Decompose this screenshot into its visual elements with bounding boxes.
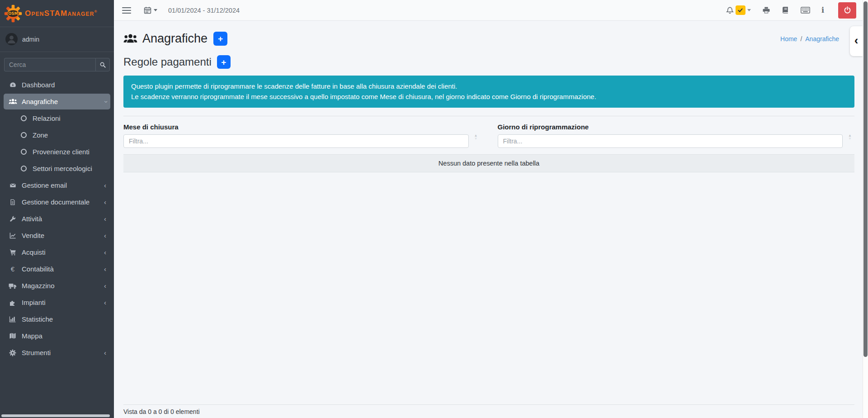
sidebar-item-strumenti[interactable]: Strumenti ‹: [4, 345, 110, 361]
table-summary: Vista da 0 a 0 di 0 elementi: [123, 404, 854, 418]
main-content: ‹ Anagrafiche + Home / Anagrafiche Regol…: [114, 21, 863, 418]
sidebar-search: [4, 58, 110, 71]
date-range[interactable]: 01/01/2024 - 31/12/2024: [168, 7, 240, 14]
svg-text:OSM: OSM: [8, 11, 18, 15]
sidebar-nav: Dashboard Anagrafiche ‹ Relazioni Zone P…: [0, 75, 114, 361]
chevron-left-icon: ‹: [104, 217, 106, 221]
sort-icons: ▲▼: [474, 134, 478, 140]
filter-input-giorno-di-riprogrammazione[interactable]: [498, 134, 843, 148]
add-regola-pagamento-button[interactable]: +: [217, 55, 231, 69]
sidebar-item-gestione-email[interactable]: Gestione email ‹: [4, 177, 110, 193]
power-icon: [844, 6, 851, 14]
chevron-left-icon: ‹: [104, 267, 106, 271]
scrollbar-thumb[interactable]: [863, 1, 868, 357]
sidebar-item-anagrafiche[interactable]: Anagrafiche ‹: [4, 94, 110, 109]
wrench-icon: [8, 215, 18, 223]
sidebar-item-zone[interactable]: Zone: [4, 127, 110, 143]
sidebar-item-acquisti[interactable]: Acquisti ‹: [4, 244, 110, 260]
sidebar-item-vendite[interactable]: Vendite ‹: [4, 228, 110, 243]
breadcrumb-current-link[interactable]: Anagrafiche: [805, 35, 839, 43]
chevron-down-icon: ‹: [103, 100, 108, 103]
sidebar-horizontal-scrollbar[interactable]: [1, 414, 110, 417]
period-picker-button[interactable]: [144, 6, 157, 14]
sidebar-item-contabilita[interactable]: € Contabilità ‹: [4, 261, 110, 277]
logout-power-button[interactable]: [838, 2, 856, 19]
circle-icon: [19, 149, 28, 155]
column-header[interactable]: Mese di chiusura: [123, 123, 179, 131]
collapse-panel-button[interactable]: ‹: [850, 26, 863, 56]
chevron-left-icon: ‹: [104, 200, 106, 204]
gear-icon: [8, 349, 18, 356]
search-icon: [99, 62, 106, 68]
sidebar-item-provenienze-clienti[interactable]: Provenienze clienti: [4, 144, 110, 160]
calendar-icon: [144, 6, 151, 14]
circle-icon: [19, 132, 28, 138]
info-banner: Questo plugin permette di riprogrammare …: [123, 76, 854, 108]
regole-pagamenti-table: Mese di chiusura ▲▼ Giorno di riprogramm…: [123, 116, 854, 172]
shopping-cart-icon: [8, 249, 18, 256]
chevron-left-icon: ‹: [104, 300, 106, 305]
brand-name: OpenSTAManager®: [25, 9, 98, 18]
user-name: admin: [22, 36, 39, 43]
dashboard-icon: [8, 81, 18, 89]
sidebar-item-settori-merceologici[interactable]: Settori merceologici: [4, 161, 110, 176]
chevron-left-icon: ‹: [104, 351, 106, 355]
filter-input-mese-di-chiusura[interactable]: [123, 134, 469, 148]
user-panel[interactable]: admin: [0, 27, 114, 52]
truck-icon: [8, 283, 18, 289]
chevron-left-icon: ‹: [104, 233, 106, 238]
breadcrumb-home-link[interactable]: Home: [780, 35, 797, 43]
section-title: Regole pagamenti: [123, 56, 212, 68]
breadcrumb: Home / Anagrafiche: [780, 35, 839, 43]
map-icon: [8, 332, 18, 339]
sidebar-item-relazioni[interactable]: Relazioni: [4, 110, 110, 126]
sidebar-item-impianti[interactable]: Impianti ‹: [4, 294, 110, 310]
breadcrumb-separator: /: [800, 35, 802, 43]
table-empty-message: Nessun dato presente nella tabella: [123, 154, 854, 172]
print-icon[interactable]: [762, 6, 770, 14]
vertical-scrollbar[interactable]: [863, 0, 868, 418]
tasks-check-badge[interactable]: [736, 5, 745, 15]
hamburger-menu-icon[interactable]: [122, 7, 131, 14]
manual-book-icon[interactable]: [782, 6, 789, 14]
sidebar-item-dashboard[interactable]: Dashboard: [4, 77, 110, 93]
chevron-left-icon: ‹: [104, 284, 106, 288]
euro-icon: €: [8, 265, 18, 273]
add-anagrafica-button[interactable]: +: [213, 32, 227, 46]
sidebar-item-magazzino[interactable]: Magazzino ‹: [4, 278, 110, 294]
sidebar-item-gestione-documentale[interactable]: Gestione documentale ‹: [4, 194, 110, 210]
caret-down-icon: [154, 9, 157, 11]
search-button[interactable]: [95, 58, 110, 71]
chevron-left-icon: ‹: [104, 183, 106, 188]
bar-chart-icon: [8, 316, 18, 323]
chevron-left-icon: ‹: [104, 250, 106, 255]
topbar: 01/01/2024 - 31/12/2024: [114, 0, 863, 21]
search-input[interactable]: [4, 58, 95, 71]
sidebar-item-attivita[interactable]: Attività ‹: [4, 211, 110, 227]
sidebar-item-mappa[interactable]: Mappa: [4, 328, 110, 344]
puzzle-icon: [8, 299, 18, 306]
users-icon: [8, 98, 18, 105]
caret-down-icon[interactable]: [747, 9, 751, 11]
registered-mark: ®: [94, 10, 98, 14]
envelope-icon: [8, 182, 18, 189]
sidebar: OSM OpenSTAManager® admin: [0, 0, 114, 418]
sidebar-item-statistiche[interactable]: Statistiche: [4, 311, 110, 327]
notifications-bell-icon[interactable]: [726, 6, 734, 14]
keyboard-shortcuts-icon[interactable]: [801, 7, 810, 14]
column-header[interactable]: Giorno di riprogrammazione: [498, 123, 589, 131]
sort-icons: ▲▼: [848, 134, 852, 140]
column-giorno-di-riprogrammazione: Giorno di riprogrammazione ▲▼: [498, 123, 855, 148]
info-banner-line1: Questo plugin permette di riprogrammare …: [131, 81, 847, 91]
column-mese-di-chiusura: Mese di chiusura ▲▼: [123, 123, 481, 148]
circle-icon: [19, 115, 28, 121]
osm-gear-logo-icon: OSM: [4, 5, 22, 23]
circle-icon: [19, 166, 28, 171]
info-icon[interactable]: i: [821, 6, 824, 14]
chart-line-icon: [8, 232, 18, 239]
avatar: [5, 33, 18, 45]
brand-logo[interactable]: OSM OpenSTAManager®: [0, 0, 114, 27]
info-banner-line2: Le scadenze verranno riprogrammate il me…: [131, 91, 847, 102]
users-icon: [123, 33, 137, 44]
chevron-left-icon: ‹: [854, 34, 859, 48]
